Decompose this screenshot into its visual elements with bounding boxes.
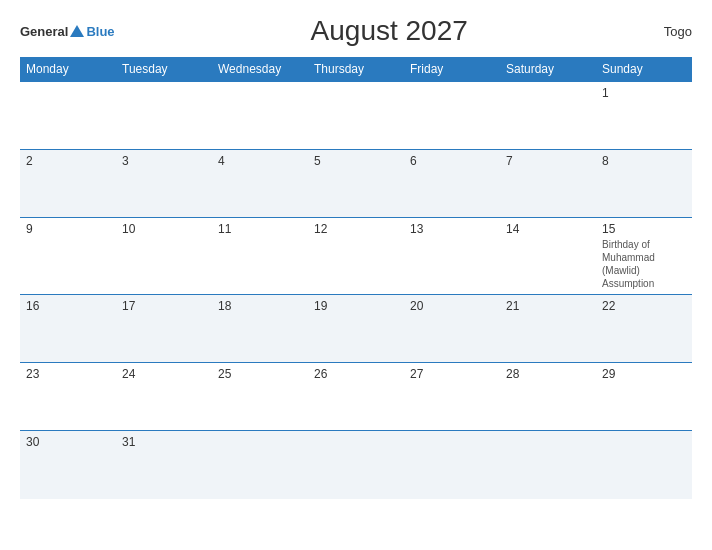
- header: General Blue August 2027 Togo: [20, 15, 692, 47]
- calendar-cell: 13: [404, 218, 500, 295]
- logo-triangle-icon: [70, 25, 84, 37]
- calendar-cell: [20, 82, 116, 150]
- calendar-cell: 21: [500, 295, 596, 363]
- calendar-cell: 12: [308, 218, 404, 295]
- calendar-cell: [116, 82, 212, 150]
- date-number: 30: [26, 435, 110, 449]
- calendar-cell: 15Birthday of Muhammad (Mawlid) Assumpti…: [596, 218, 692, 295]
- date-number: 10: [122, 222, 206, 236]
- calendar-week-4: 16171819202122: [20, 295, 692, 363]
- calendar-cell: 8: [596, 150, 692, 218]
- logo: General Blue: [20, 24, 115, 39]
- calendar-week-5: 23242526272829: [20, 363, 692, 431]
- country-label: Togo: [664, 24, 692, 39]
- calendar-cell: 14: [500, 218, 596, 295]
- calendar-cell: 2: [20, 150, 116, 218]
- weekday-saturday: Saturday: [500, 57, 596, 82]
- calendar-week-6: 3031: [20, 431, 692, 499]
- calendar-cell: 23: [20, 363, 116, 431]
- calendar-cell: [500, 82, 596, 150]
- calendar-cell: 1: [596, 82, 692, 150]
- calendar-cell: 20: [404, 295, 500, 363]
- date-number: 21: [506, 299, 590, 313]
- weekday-wednesday: Wednesday: [212, 57, 308, 82]
- weekday-tuesday: Tuesday: [116, 57, 212, 82]
- calendar-cell: [308, 431, 404, 499]
- date-number: 17: [122, 299, 206, 313]
- calendar-table: MondayTuesdayWednesdayThursdayFridaySatu…: [20, 57, 692, 499]
- calendar-cell: 24: [116, 363, 212, 431]
- date-number: 11: [218, 222, 302, 236]
- calendar-cell: 17: [116, 295, 212, 363]
- calendar-cell: 9: [20, 218, 116, 295]
- weekday-header-row: MondayTuesdayWednesdayThursdayFridaySatu…: [20, 57, 692, 82]
- calendar-cell: 27: [404, 363, 500, 431]
- calendar-cell: 28: [500, 363, 596, 431]
- calendar-week-2: 2345678: [20, 150, 692, 218]
- date-number: 27: [410, 367, 494, 381]
- date-number: 19: [314, 299, 398, 313]
- calendar-cell: [212, 431, 308, 499]
- date-number: 13: [410, 222, 494, 236]
- calendar-cell: 4: [212, 150, 308, 218]
- calendar-cell: 10: [116, 218, 212, 295]
- date-number: 31: [122, 435, 206, 449]
- date-number: 4: [218, 154, 302, 168]
- calendar-cell: 16: [20, 295, 116, 363]
- date-number: 15: [602, 222, 686, 236]
- holiday-text: Birthday of Muhammad (Mawlid) Assumption: [602, 238, 686, 290]
- date-number: 6: [410, 154, 494, 168]
- weekday-monday: Monday: [20, 57, 116, 82]
- weekday-sunday: Sunday: [596, 57, 692, 82]
- calendar-cell: 26: [308, 363, 404, 431]
- calendar-cell: [308, 82, 404, 150]
- date-number: 1: [602, 86, 686, 100]
- logo-general-text: General: [20, 24, 68, 39]
- calendar-title: August 2027: [311, 15, 468, 47]
- date-number: 5: [314, 154, 398, 168]
- date-number: 18: [218, 299, 302, 313]
- calendar-body: 123456789101112131415Birthday of Muhamma…: [20, 82, 692, 499]
- calendar-cell: [404, 82, 500, 150]
- weekday-thursday: Thursday: [308, 57, 404, 82]
- date-number: 9: [26, 222, 110, 236]
- date-number: 25: [218, 367, 302, 381]
- date-number: 23: [26, 367, 110, 381]
- calendar-cell: 18: [212, 295, 308, 363]
- calendar-cell: [212, 82, 308, 150]
- date-number: 28: [506, 367, 590, 381]
- calendar-cell: 11: [212, 218, 308, 295]
- calendar-cell: 7: [500, 150, 596, 218]
- page: General Blue August 2027 Togo MondayTues…: [0, 0, 712, 550]
- calendar-cell: 30: [20, 431, 116, 499]
- date-number: 14: [506, 222, 590, 236]
- date-number: 12: [314, 222, 398, 236]
- date-number: 7: [506, 154, 590, 168]
- calendar-cell: 3: [116, 150, 212, 218]
- calendar-cell: 6: [404, 150, 500, 218]
- date-number: 22: [602, 299, 686, 313]
- calendar-cell: 25: [212, 363, 308, 431]
- calendar-cell: 29: [596, 363, 692, 431]
- calendar-header: MondayTuesdayWednesdayThursdayFridaySatu…: [20, 57, 692, 82]
- calendar-cell: 19: [308, 295, 404, 363]
- calendar-cell: [596, 431, 692, 499]
- date-number: 24: [122, 367, 206, 381]
- date-number: 29: [602, 367, 686, 381]
- date-number: 3: [122, 154, 206, 168]
- weekday-friday: Friday: [404, 57, 500, 82]
- date-number: 2: [26, 154, 110, 168]
- calendar-week-3: 9101112131415Birthday of Muhammad (Mawli…: [20, 218, 692, 295]
- date-number: 20: [410, 299, 494, 313]
- date-number: 16: [26, 299, 110, 313]
- calendar-week-1: 1: [20, 82, 692, 150]
- calendar-cell: [404, 431, 500, 499]
- calendar-cell: [500, 431, 596, 499]
- calendar-cell: 5: [308, 150, 404, 218]
- calendar-cell: 22: [596, 295, 692, 363]
- date-number: 8: [602, 154, 686, 168]
- logo-blue-text: Blue: [86, 24, 114, 39]
- calendar-cell: 31: [116, 431, 212, 499]
- date-number: 26: [314, 367, 398, 381]
